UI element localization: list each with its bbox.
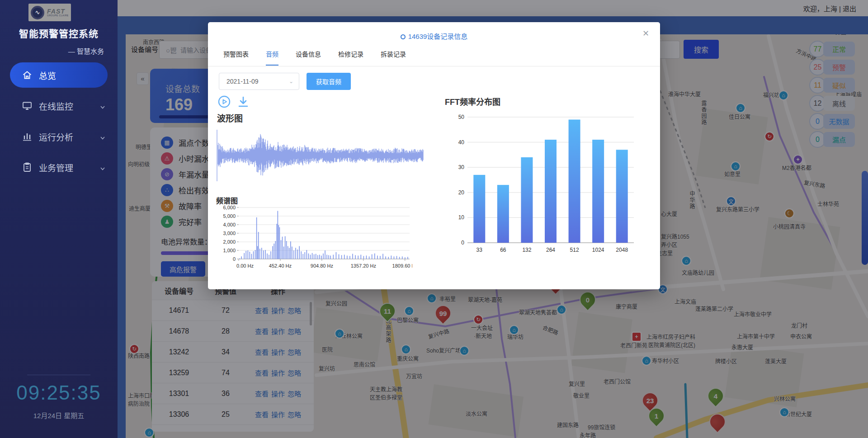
svg-text:10: 10	[458, 214, 465, 221]
svg-text:6,000: 6,000	[223, 205, 236, 210]
tab-检修记录[interactable]: 检修记录	[338, 49, 363, 66]
tab-预警图表[interactable]: 预警图表	[223, 49, 249, 66]
chevron-down-icon	[99, 133, 106, 140]
date-select-value: 2021-11-09	[226, 78, 259, 85]
close-icon[interactable]: ✕	[642, 28, 649, 38]
sidebar-item-业务管理[interactable]: 业务管理	[0, 155, 118, 180]
chevron-down-icon	[99, 164, 106, 170]
svg-text:50: 50	[458, 114, 465, 120]
tab-设备信息[interactable]: 设备信息	[296, 49, 321, 66]
app-title: 智能预警管控系统	[0, 26, 118, 40]
company-logo: ∿ FAST GROUPE CLAIRE	[28, 4, 71, 21]
date-select[interactable]: 2021-11-09 ⌄	[219, 73, 299, 90]
svg-text:66: 66	[500, 247, 506, 253]
svg-text:0: 0	[461, 240, 464, 246]
device-record-modal: 14639设备记录信息 ✕ 预警图表音频设备信息检修记录拆装记录 2021-11…	[208, 22, 660, 289]
svg-text:132: 132	[522, 247, 531, 253]
waveform-chart	[216, 129, 425, 182]
sidebar-item-label: 运行分析	[39, 131, 73, 143]
record-circle-icon	[401, 34, 406, 39]
bar-chart-icon	[22, 131, 33, 142]
sidebar: ∿ FAST GROUPE CLAIRE 智能预警管控系统 — 智慧水务 总览在…	[0, 0, 118, 438]
spectrum-chart: 01,0002,0003,0004,0005,0006,0000.00 Hz45…	[216, 205, 412, 273]
svg-text:512: 512	[570, 247, 579, 253]
svg-text:2,000: 2,000	[223, 239, 236, 245]
svg-text:3,000: 3,000	[223, 231, 236, 236]
monitor-icon	[22, 100, 33, 111]
clock-date: 12月24日 星期五	[0, 410, 118, 420]
logo-brand-text: FAST	[47, 8, 69, 14]
svg-text:30: 30	[458, 164, 465, 170]
fft-bar-chart: 01020304050336613226451210242048	[451, 112, 641, 257]
svg-text:33: 33	[476, 247, 483, 253]
svg-text:1024: 1024	[592, 247, 604, 253]
svg-text:20: 20	[458, 189, 465, 196]
svg-text:5,000: 5,000	[223, 213, 236, 219]
tabs-divider	[208, 66, 660, 66]
modal-tabs: 预警图表音频设备信息检修记录拆装记录	[223, 49, 406, 66]
sidebar-item-在线监控[interactable]: 在线监控	[0, 93, 118, 118]
svg-text:1,000: 1,000	[223, 248, 236, 253]
clock-widget: 09:25:35 12月24日 星期五	[0, 375, 118, 420]
clipboard-icon	[22, 162, 33, 173]
app-subtitle: — 智慧水务	[68, 46, 104, 56]
svg-text:1809.60 Hz: 1809.60 Hz	[392, 263, 412, 268]
svg-text:2048: 2048	[616, 247, 628, 253]
sidebar-menu: 总览在线监控运行分析业务管理	[0, 62, 118, 185]
logo-sub-text: GROUPE CLAIRE	[47, 14, 69, 17]
download-audio-icon[interactable]	[237, 95, 250, 108]
sidebar-item-label: 总览	[39, 69, 56, 81]
svg-text:904.80 Hz: 904.80 Hz	[311, 263, 333, 268]
clock-time: 09:25:35	[0, 381, 118, 404]
sidebar-item-label: 在线监控	[39, 100, 73, 112]
chevron-down-icon	[99, 103, 106, 109]
svg-text:4,000: 4,000	[223, 222, 236, 227]
svg-text:264: 264	[546, 247, 555, 253]
modal-title: 14639设备记录信息	[208, 31, 660, 41]
svg-text:452.40 Hz: 452.40 Hz	[269, 263, 292, 268]
sidebar-item-运行分析[interactable]: 运行分析	[0, 124, 118, 149]
svg-text:0: 0	[233, 256, 236, 262]
play-audio-icon[interactable]	[218, 95, 231, 108]
svg-text:0.00 Hz: 0.00 Hz	[236, 263, 254, 268]
spectrum-chart-title: 频谱图	[216, 195, 238, 206]
waveform-logo-icon: ∿	[31, 6, 44, 19]
svg-text:1357.20 Hz: 1357.20 Hz	[351, 263, 376, 268]
sidebar-item-总览[interactable]: 总览	[10, 62, 108, 88]
sidebar-item-label: 业务管理	[39, 161, 73, 174]
home-icon	[22, 70, 33, 80]
chevron-down-icon: ⌄	[289, 78, 293, 85]
fetch-audio-button[interactable]: 获取音频	[307, 73, 351, 90]
tab-拆装记录[interactable]: 拆装记录	[381, 49, 406, 66]
waveform-chart-title: 波形图	[217, 112, 243, 124]
svg-text:40: 40	[458, 139, 465, 146]
clock-divider	[27, 375, 90, 375]
fft-chart-title: FFT频率分布图	[445, 95, 500, 107]
tab-音频[interactable]: 音频	[266, 49, 278, 66]
